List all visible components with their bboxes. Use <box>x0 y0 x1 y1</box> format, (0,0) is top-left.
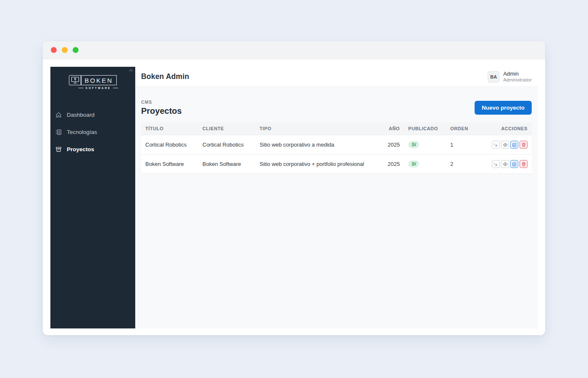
translate-icon: z A <box>494 162 498 166</box>
published-badge: Sí <box>408 160 419 168</box>
cell-acciones: z A <box>482 135 532 155</box>
app-title: Boken Admin <box>141 72 189 81</box>
cell-ano: 2025 <box>381 155 404 174</box>
cell-titulo: Cortical Robotics <box>141 135 198 155</box>
sidebar: BOKEN SOFTWARE Dashboard <box>50 67 135 328</box>
window-body: BOKEN SOFTWARE Dashboard <box>43 59 545 335</box>
logo-dash <box>113 88 118 88</box>
table-header-row: TÍTULO CLIENTE TIPO AÑO PUBLICADO ORDEN … <box>141 122 532 135</box>
sidebar-item-label: Proyectos <box>67 146 94 152</box>
home-icon <box>55 112 62 118</box>
svg-text:z: z <box>494 143 495 145</box>
cell-cliente: Boken Software <box>198 155 255 174</box>
column-cliente: CLIENTE <box>198 122 255 135</box>
column-publicado: PUBLICADO <box>404 122 446 135</box>
cell-titulo: Boken Software <box>141 155 198 174</box>
brand-name: BOKEN <box>81 75 117 85</box>
sidebar-item-tecnologias[interactable]: Tecnologías <box>50 125 135 139</box>
cell-cliente: Cortical Robotics <box>198 135 255 155</box>
sidebar-nav: Dashboard Tecnolog <box>50 106 135 158</box>
cell-acciones: z A <box>482 155 532 174</box>
breadcrumb: CMS <box>141 100 182 105</box>
view-button[interactable] <box>501 160 509 168</box>
delete-button[interactable] <box>520 141 528 149</box>
cell-tipo: Sitio web corporativo a medida <box>255 135 381 155</box>
brand-subtitle: SOFTWARE <box>86 87 111 89</box>
edit-icon <box>512 162 517 167</box>
column-titulo: TÍTULO <box>141 122 198 135</box>
view-button[interactable] <box>501 141 509 149</box>
column-acciones: ACCIONES <box>482 122 532 135</box>
cell-orden: 2 <box>446 155 482 174</box>
minimize-window-button[interactable] <box>62 47 68 53</box>
page-title: Proyectos <box>141 106 182 116</box>
eye-icon <box>503 162 508 167</box>
close-window-button[interactable] <box>51 47 57 53</box>
svg-text:A: A <box>495 144 497 147</box>
cell-orden: 1 <box>446 135 482 155</box>
table-row: Cortical Robotics Cortical Robotics Siti… <box>141 135 532 155</box>
user-menu[interactable]: BA Admin Administrador <box>488 71 532 83</box>
page-head: CMS Proyectos Nuevo proyecto <box>141 100 532 116</box>
edit-button[interactable] <box>510 141 518 149</box>
column-tipo: TIPO <box>255 122 381 135</box>
column-orden: ORDEN <box>446 122 482 135</box>
sidebar-scroll-up-icon <box>129 68 134 71</box>
sidebar-item-label: Dashboard <box>67 112 94 118</box>
trash-icon <box>521 162 526 167</box>
column-ano: AÑO <box>381 122 404 135</box>
logo-dash <box>79 88 84 88</box>
app-window: BOKEN SOFTWARE Dashboard <box>43 41 545 335</box>
translate-button[interactable]: z A <box>492 141 500 149</box>
edit-button[interactable] <box>510 160 518 168</box>
translate-button[interactable]: z A <box>492 160 500 168</box>
avatar: BA <box>488 71 499 83</box>
sidebar-item-label: Tecnologías <box>67 129 97 135</box>
projects-icon <box>55 146 62 152</box>
sidebar-item-dashboard[interactable]: Dashboard <box>50 108 135 122</box>
edit-icon <box>512 142 517 147</box>
published-badge: Sí <box>408 141 419 148</box>
new-project-button[interactable]: Nuevo proyecto <box>475 101 532 115</box>
delete-button[interactable] <box>520 160 528 168</box>
sidebar-item-proyectos[interactable]: Proyectos <box>50 142 135 156</box>
window-titlebar <box>43 41 545 59</box>
user-role: Administrador <box>503 77 532 83</box>
cell-tipo: Sitio web corporativo + portfolio profes… <box>255 155 381 174</box>
cell-publicado: Sí <box>404 135 446 155</box>
brand-logo: BOKEN SOFTWARE <box>50 72 135 95</box>
svg-text:z: z <box>494 162 495 165</box>
cell-publicado: Sí <box>404 155 446 174</box>
svg-text:A: A <box>495 163 497 166</box>
monitor-icon <box>69 75 81 85</box>
tech-icon <box>55 129 62 135</box>
user-name: Admin <box>503 71 532 77</box>
eye-icon <box>503 142 508 147</box>
content-area: CMS Proyectos Nuevo proyecto TÍTULO CLIE… <box>135 87 538 328</box>
trash-icon <box>521 142 526 147</box>
zoom-window-button[interactable] <box>73 47 79 53</box>
main-header: Boken Admin BA Admin Administrador <box>135 67 538 87</box>
projects-table: TÍTULO CLIENTE TIPO AÑO PUBLICADO ORDEN … <box>141 122 532 174</box>
table-row: Boken Software Boken Software Sitio web … <box>141 155 532 174</box>
main-panel: Boken Admin BA Admin Administrador CMS P… <box>135 67 538 328</box>
cell-ano: 2025 <box>381 135 404 155</box>
translate-icon: z A <box>494 142 498 147</box>
